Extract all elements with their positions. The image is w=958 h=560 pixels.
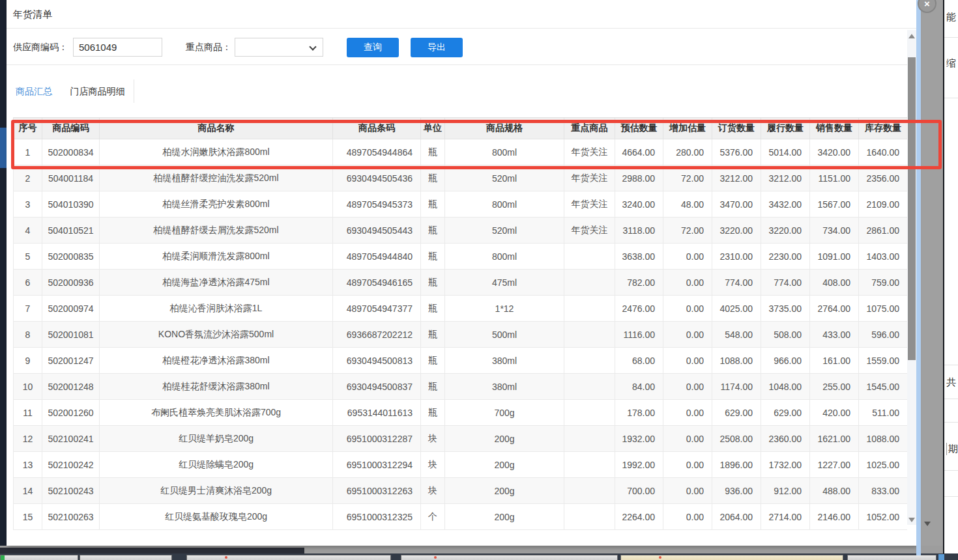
background-sidebar-active-item [0,128,7,168]
table-cell: 10 [14,374,42,400]
column-header: 销售数量 [810,118,859,139]
table-row[interactable]: 15502100263红贝缇氨基酸玫瑰皂200g6951000312325个20… [14,504,908,530]
table-cell: 200g [445,452,564,478]
red-dot-icon [225,556,227,559]
page-scrollbar-strip[interactable] [916,0,921,555]
table-cell: 966.00 [761,348,810,374]
key-product-select[interactable] [235,38,323,57]
table-row[interactable]: 2504001184柏缇植酵舒缓控油洗发露520ml6930494505436瓶… [14,165,908,191]
table-cell: 15 [14,504,42,530]
table-cell: 红贝缇男士清爽沐浴皂200g [100,478,333,504]
table-row[interactable]: 4504010521柏缇植酵舒缓去屑洗发露520ml6930494505443瓶… [14,217,908,244]
background-sidebar-strip [0,0,7,550]
background-page-right-edge: 能 缩 共 1 期 [943,0,958,555]
table-cell: 3118.00 [615,217,663,244]
table-cell: 408.00 [810,270,859,296]
table-cell: 1048.00 [761,374,810,400]
table-cell [564,400,615,426]
table-cell: 774.00 [761,270,810,296]
table-row[interactable]: 7502000974柏缇沁香润肤沐浴露1L4897054947377瓶1*122… [14,296,908,322]
key-product-label: 重点商品： [186,29,231,65]
table-cell: 1091.00 [810,244,859,270]
table-cell: 68.00 [615,348,663,374]
table-cell: 0.00 [663,478,712,504]
table-cell: 502000974 [42,296,100,322]
table-cell: 161.00 [810,348,859,374]
table-cell: 800ml [445,139,564,165]
table-cell: 502000936 [42,270,100,296]
outer-scroll-down-icon[interactable] [924,522,931,526]
background-text-fragment: 期 [946,443,958,455]
table-cell: 502001248 [42,374,100,400]
table-cell: 0.00 [663,322,712,348]
table-cell: 596.00 [859,322,908,348]
table-cell: 502000835 [42,244,100,270]
table-cell: 1 [14,139,42,165]
table-cell: 1567.00 [810,191,859,217]
table-cell: 3220.00 [761,217,810,244]
table-cell: 4897054946165 [333,270,421,296]
table-cell: 0.00 [663,374,712,400]
taskbar-window-button[interactable] [186,555,391,560]
table-row[interactable]: 6502000936柏缇海盐净透沐浴露475ml4897054946165瓶47… [14,270,908,296]
table-cell: 1174.00 [712,374,761,400]
column-header: 增加估量 [663,118,712,139]
table-cell: 1559.00 [859,348,908,374]
table-row[interactable]: 1502000834柏缇水润嫩肤沐浴露800ml4897054944864瓶80… [14,139,908,165]
tab-product-summary[interactable]: 商品汇总 [7,79,61,103]
modal-overlay-shadow [921,0,943,555]
taskbar-window-button[interactable] [620,555,843,560]
product-table: 序号商品编码商品名称商品条码单位商品规格重点商品预估数量增加估量订货数量履行数量… [13,117,907,530]
taskbar-blue-strip [938,554,944,560]
table-cell: 2310.00 [712,244,761,270]
table-row[interactable]: 3504010390柏缇丝滑柔亮护发素800ml4897054945373瓶80… [14,191,908,217]
table-cell: 502001260 [42,400,100,426]
table-cell: 年货关注 [564,165,615,191]
taskbar-window-button[interactable] [847,555,936,560]
table-row[interactable]: 12502100241红贝缇羊奶皂200g6951000312287块200g1… [14,426,908,452]
table-cell: 瓶 [421,322,445,348]
table-row[interactable]: 11502001260布阑氏植萃焕亮美肌沐浴露700g6953144011613… [14,400,908,426]
table-cell: 9 [14,348,42,374]
scroll-down-icon[interactable] [908,518,915,522]
export-button[interactable]: 导出 [411,38,463,57]
table-cell: 800ml [445,191,564,217]
table-row[interactable]: 8502001081KONO香氛流沙沐浴露500ml6936687202212瓶… [14,322,908,348]
taskbar-window-button[interactable] [80,555,172,560]
table-cell: 936.00 [712,478,761,504]
table-cell: 502100242 [42,452,100,478]
table-cell: 1732.00 [761,452,810,478]
taskbar-window-button[interactable] [401,555,618,560]
table-cell: 6930494500837 [333,374,421,400]
table-cell: 6951000312294 [333,452,421,478]
table-cell: 瓶 [421,270,445,296]
query-button[interactable]: 查询 [347,38,399,57]
table-row[interactable]: 9502001247柏缇橙花净透沐浴露380ml6930494500813瓶38… [14,348,908,374]
taskbar [0,553,958,560]
table-cell: 1545.00 [859,374,908,400]
table-cell: 255.00 [810,374,859,400]
table-cell: 6930494500813 [333,348,421,374]
table-cell: 178.00 [615,400,663,426]
scrollbar-thumb[interactable] [908,57,916,360]
table-cell: 2 [14,165,42,191]
table-cell [564,244,615,270]
table-scrollbar[interactable] [907,30,916,525]
table-cell: 1151.00 [810,165,859,191]
table-cell: 0.00 [663,400,712,426]
table-row[interactable]: 5502000835柏缇柔润顺滑洗发露800ml4897054944840瓶80… [14,244,908,270]
supplier-code-input[interactable] [73,38,162,57]
table-row[interactable]: 13502100242红贝缇除螨皂200g6951000312294块200g1… [14,452,908,478]
column-header: 商品编码 [42,118,100,139]
table-cell [564,426,615,452]
table-row[interactable]: 14502100243红贝缇男士清爽沐浴皂200g6951000312263块2… [14,478,908,504]
tab-store-product-detail[interactable]: 门店商品明细 [61,79,134,103]
scroll-up-icon[interactable] [908,34,915,38]
table-row[interactable]: 10502001248柏缇桂花舒缓沐浴露380ml6930494500837瓶3… [14,374,908,400]
table-cell: 柏缇海盐净透沐浴露475ml [100,270,333,296]
table-cell: 700.00 [615,478,663,504]
table-cell: 912.00 [761,478,810,504]
table-cell: 柏缇植酵舒缓去屑洗发露520ml [100,217,333,244]
table-cell: 504010390 [42,191,100,217]
taskbar-window-button[interactable] [0,555,78,560]
